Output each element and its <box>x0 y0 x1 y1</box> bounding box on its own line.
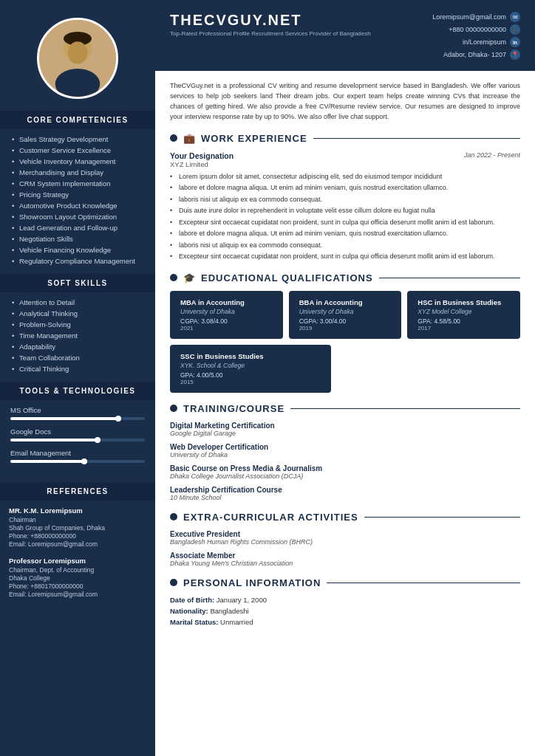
linkedin-text: in/Loremipsum <box>463 38 506 46</box>
edu-year: 2019 <box>299 325 392 331</box>
ref-name: MR. K.M. Loremipsum <box>9 506 146 515</box>
header-subtitle: Top-Rated Professional Profile Recruitme… <box>170 30 371 37</box>
email-text: Loremipsum@gmail.com <box>432 13 506 21</box>
sidebar: CORE COMPETENCIES Sales Strategy Develop… <box>0 0 155 756</box>
training-org: 10 Minute School <box>170 494 520 501</box>
training-dot <box>170 405 177 412</box>
edu-card: MBA in Accounting University of Dhaka CG… <box>170 291 283 339</box>
extra-heading: EXTRA-CURRICULAR ACTIVITIES <box>170 512 520 523</box>
header-right: Loremipsum@gmail.com ✉ +880 00000000000 … <box>432 12 520 62</box>
training-org: Google Digital Garage <box>170 430 520 437</box>
tool-bar-bg <box>10 460 145 463</box>
contact-phone: +880 00000000000 📞 <box>432 24 520 35</box>
main-body: TheCVGuy.net is a professional CV writin… <box>155 71 535 756</box>
core-competencies-section: CORE COMPETENCIES Sales Strategy Develop… <box>0 111 155 274</box>
marital-label: Marital Status: <box>170 618 218 626</box>
training-title: Web Developer Certification <box>170 443 520 451</box>
training-heading: TRAINING/COURSE <box>170 403 520 414</box>
edu-section-title: EDUCATIONAL QUALIFICATIONS <box>201 272 373 284</box>
edu-university: University of Dhaka <box>299 308 392 315</box>
edu-university: XYZ Model College <box>418 308 510 315</box>
training-org: University of Dhaka <box>170 451 520 458</box>
work-date: Jan 2022 - Present <box>464 151 520 159</box>
ref-phone: Phone: +880000000000 <box>9 532 146 540</box>
core-competency-item: Showroom Layout Optimization <box>12 213 148 221</box>
personal-heading: PERSONAL INFORMATION <box>170 577 520 588</box>
nationality-value: Bangladeshi <box>210 607 248 615</box>
edu-gpa: GPA: 4.00/5.00 <box>180 371 321 379</box>
email-icon: ✉ <box>510 12 520 22</box>
work-company: XYZ Limited <box>170 160 520 168</box>
contact-email: Loremipsum@gmail.com ✉ <box>432 12 520 22</box>
phone-text: +880 00000000000 <box>449 26 506 33</box>
contact-location: Adabor, Dhaka- 1207 📍 <box>432 49 520 60</box>
work-entry: Your Designation Jan 2022 - Present XYZ … <box>170 151 520 262</box>
work-bullet: labore et dolore magna aliqua. Ut enim a… <box>170 183 520 193</box>
edu-university: University of Dhaka <box>180 308 273 315</box>
soft-skill-item: Adaptability <box>12 343 148 351</box>
work-bullet: Lorem ipsum dolor sit amet, consectetur … <box>170 172 520 182</box>
personal-info: Date of Birth: January 1, 2000 Nationali… <box>170 596 520 626</box>
tool-item: Google Docs <box>10 427 145 441</box>
core-competency-item: Pricing Strategy <box>12 190 148 199</box>
avatar-area <box>0 0 155 111</box>
resume-container: CORE COMPETENCIES Sales Strategy Develop… <box>0 0 535 756</box>
svg-point-4 <box>68 41 87 63</box>
edu-card: HSC in Business Studies XYZ Model Colleg… <box>407 291 520 339</box>
core-competency-item: Customer Service Excellence <box>12 146 148 154</box>
ref-org: Dhaka College <box>9 574 146 582</box>
linkedin-icon: in <box>510 37 520 47</box>
work-icon: 💼 <box>183 133 195 144</box>
extra-title: Associate Member <box>170 551 520 560</box>
personal-line <box>327 583 520 583</box>
ref-email: Email: Loremipsum@gmail.com <box>9 591 146 598</box>
extra-item: Associate Member Dhaka Young Men's Chris… <box>170 551 520 567</box>
edu-card: BBA in Accounting University of Dhaka CG… <box>289 291 402 339</box>
work-bullets-list: Lorem ipsum dolor sit amet, consectetur … <box>170 172 520 262</box>
tool-bar-fill <box>10 460 84 463</box>
work-experience-heading: 💼 WORK EXPERIENCE <box>170 133 520 144</box>
references-list: MR. K.M. Loremipsum Chairman Shah Group … <box>0 506 155 619</box>
marital-value: Unmarried <box>220 618 253 626</box>
work-bullet: Duis aute irure dolor in reprehenderit i… <box>170 206 520 216</box>
intro-paragraph: TheCVGuy.net is a professional CV writin… <box>170 81 520 123</box>
references-section: REFERENCES MR. K.M. Loremipsum Chairman … <box>0 482 155 625</box>
core-competency-item: Vehicle Inventory Management <box>12 157 148 165</box>
extra-org: Dhaka Young Men's Christian Association <box>170 560 520 567</box>
header-left: THECVGUY.NET Top-Rated Professional Prof… <box>170 12 371 37</box>
personal-dot <box>170 579 177 586</box>
soft-skill-item: Analytical Thinking <box>12 309 148 317</box>
core-competency-item: Regulatory Compliance Management <box>12 257 148 265</box>
main-content: THECVGUY.NET Top-Rated Professional Prof… <box>155 0 535 756</box>
tool-label: Email Management <box>10 449 145 457</box>
extra-item: Executive President Bangladesh Human Rig… <box>170 530 520 546</box>
tool-label: MS Office <box>10 406 145 414</box>
dob-value: January 1, 2000 <box>217 596 267 604</box>
work-line <box>313 138 520 139</box>
core-competency-item: Vehicle Financing Knowledge <box>12 246 148 254</box>
core-competency-item: Automotive Product Knowledge <box>12 202 148 210</box>
edu-cards: MBA in Accounting University of Dhaka CG… <box>170 291 520 393</box>
location-icon: 📍 <box>510 49 520 60</box>
edu-year: 2017 <box>418 325 510 331</box>
core-competency-item: Negotiation Skills <box>12 235 148 243</box>
work-header-row: Your Designation Jan 2022 - Present <box>170 151 520 160</box>
edu-university: XYK. School & College <box>180 362 321 369</box>
work-bullet: laboris nisi ut aliquip ex ea commodo co… <box>170 195 520 205</box>
edu-year: 2015 <box>180 379 321 385</box>
tools-title: TOOLS & TECHNOLOGIES <box>0 382 155 400</box>
marital-row: Marital Status: Unmarried <box>170 618 520 626</box>
edu-dot <box>170 274 177 281</box>
soft-skill-item: Critical Thinking <box>12 365 148 373</box>
avatar <box>37 18 118 99</box>
phone-icon: 📞 <box>510 24 520 35</box>
edu-gpa: CGPA: 3.08/4.00 <box>180 317 273 325</box>
training-org: Dhaka College Journalist Association (DC… <box>170 472 520 480</box>
extra-org: Bangladesh Human Rights Commission (BHRC… <box>170 538 520 546</box>
edu-line <box>379 278 520 278</box>
ref-role: Chairman, Dept. of Accounting <box>9 566 146 574</box>
core-competencies-list: Sales Strategy DevelopmentCustomer Servi… <box>0 135 155 265</box>
core-competencies-title: CORE COMPETENCIES <box>0 111 155 129</box>
edu-degree: MBA in Accounting <box>180 298 273 306</box>
training-section-title: TRAINING/COURSE <box>183 403 284 414</box>
